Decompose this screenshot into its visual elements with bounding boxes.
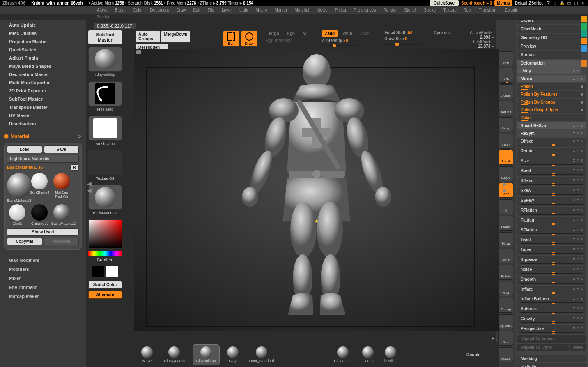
help-icon[interactable]: ❔ (545, 1, 551, 5)
menu-render[interactable]: Render (380, 7, 400, 13)
save-button[interactable]: Save (44, 145, 79, 153)
zplugin-auto-update[interactable]: Auto Update (4, 21, 82, 29)
material-matcap-red-wa[interactable]: MatCap Red Wa (51, 173, 72, 203)
subdiv-slider[interactable] (136, 51, 156, 53)
deform-size[interactable]: SizeX Y Z (517, 157, 586, 166)
brush-claytubes[interactable]: ClayTubes (331, 345, 355, 365)
menu-movie[interactable]: Movie (313, 7, 331, 13)
pill-green[interactable] (581, 23, 587, 30)
zplugin-subtool-master[interactable]: SubTool Master (4, 95, 82, 103)
lightbox-materials[interactable]: Lightbox ▸ Materials (7, 155, 79, 163)
z-tabs[interactable]: Zadd Zsub Zcut (322, 30, 372, 37)
brush-dam_standard[interactable]: Dam_Standard (246, 345, 278, 365)
brush-trimdynamic[interactable]: TrimDynamic (160, 345, 188, 365)
switchcolor-button[interactable]: SwitchColor (88, 281, 122, 289)
double-label[interactable]: Double (466, 353, 480, 357)
deform-relax[interactable]: Relax (517, 114, 586, 121)
rgb-tabs[interactable]: Mrgb Rgb M (266, 30, 309, 37)
lock-icon[interactable]: 🔒 (559, 1, 565, 5)
section-preview[interactable]: Preview (517, 42, 586, 50)
menu-alpha[interactable]: Alpha (94, 7, 111, 13)
menu-stencil[interactable]: Stencil (401, 7, 420, 13)
z-intensity[interactable]: Z Intensity 20 (322, 38, 372, 43)
menu-preferences[interactable]: Preferences (351, 7, 379, 13)
shelf-actual[interactable]: Actual (498, 84, 513, 99)
deform-noise[interactable]: NoiseX Y Z (517, 266, 586, 275)
shelf-polyf[interactable]: PolyF (498, 282, 513, 296)
zplugin-3d-print-exporter[interactable]: 3D Print Exporter (4, 87, 82, 95)
mergedown-button[interactable]: MergeDown (161, 30, 190, 43)
shelf-local[interactable]: Local (498, 150, 513, 165)
pill-orange2[interactable] (581, 38, 587, 44)
menu-macro[interactable]: Macro (253, 7, 271, 13)
menu-light[interactable]: Light (236, 7, 252, 13)
leftbottom-modifiers[interactable]: Modifiers (4, 265, 82, 274)
deform-inflate-balloon[interactable]: Inflate BalloonX Y Z (517, 295, 586, 305)
quicksave-button[interactable]: QuickSave (430, 0, 459, 6)
max-icon[interactable]: ▢ (573, 1, 579, 5)
deform-sskew[interactable]: SSkewX Y Z (517, 197, 586, 206)
deform-smart-resym[interactable]: Smart ReSymX Y Z (517, 122, 586, 129)
menus-toggle[interactable]: Menus (494, 0, 512, 6)
show-used-button[interactable]: Show Used (7, 228, 79, 236)
menu-document[interactable]: Document (147, 7, 172, 13)
rgb-intensity[interactable]: Rgb Intensity (266, 38, 309, 43)
zplugin-transpose-master[interactable]: Transpose Master (4, 103, 82, 111)
deform-polish-crisp-edges[interactable]: Polish Crisp Edges (517, 106, 586, 113)
zplugin-misc-utilities[interactable]: Misc Utilities (4, 29, 82, 37)
brush-move[interactable]: Move (138, 345, 156, 365)
deform-polish-by-groups[interactable]: Polish By Groups (517, 99, 586, 106)
brush-clay[interactable]: Clay (224, 345, 242, 365)
draw-mode[interactable]: Draw (241, 30, 257, 47)
deform-bend[interactable]: BendX Y Z (517, 167, 586, 176)
pill-gray2[interactable] (581, 67, 587, 74)
deform-polish[interactable]: Polish (517, 83, 586, 90)
leftbottom-environment[interactable]: Environment (4, 283, 82, 292)
zplugin-projection-master[interactable]: Projection Master (4, 37, 82, 46)
min-icon[interactable]: ▭ (566, 1, 572, 5)
brush-hpolish[interactable]: hPolish (381, 345, 400, 365)
shelf-dynamic[interactable]: Dynamic (498, 314, 513, 329)
pill-gray[interactable] (581, 53, 587, 59)
menu-brush[interactable]: Brush (112, 7, 129, 13)
collapse-left-icon[interactable]: ◀◀ (87, 181, 91, 193)
brush-claybuildup[interactable]: ClayBuildup (193, 344, 220, 365)
edit-mode[interactable]: Edit (223, 30, 239, 47)
shelf-rotate[interactable]: Rotate (498, 265, 513, 280)
shelf-solo[interactable]: Solo (498, 331, 513, 346)
leftbottom-matcap-maker[interactable]: Matcap Maker (4, 292, 82, 301)
deform-twist[interactable]: TwistX Y Z (517, 236, 586, 245)
zplugin-deactivation[interactable]: Deactivation (4, 120, 82, 128)
copymat-button[interactable]: CopyMat (7, 238, 42, 245)
material-basicmaterial2[interactable]: BasicMaterial2 (51, 204, 72, 226)
shelf-spix[interactable]: SPix (498, 68, 513, 83)
material-chrome-a[interactable]: Chrome A (29, 204, 50, 226)
texture-off[interactable] (88, 150, 122, 175)
deform-flatten[interactable]: FlattenX Y Z (517, 217, 586, 226)
seethrough-label[interactable]: See-through ▸ 0 (461, 1, 492, 5)
menu-draw[interactable]: Draw (173, 7, 189, 13)
stroke-freehand[interactable] (88, 81, 122, 106)
pill-orange[interactable] (581, 16, 587, 22)
menu-file[interactable]: File (204, 7, 218, 13)
pill-orange3[interactable] (581, 60, 587, 67)
zplugin-decimation-master[interactable]: Decimation Master (4, 70, 82, 78)
menu-edit[interactable]: Edit (190, 7, 204, 13)
menu-texture[interactable]: Texture (440, 7, 460, 13)
zplugin-uv-master[interactable]: UV Master (4, 111, 82, 120)
autogroups-button[interactable]: Auto Groups (136, 30, 160, 43)
default-zscript[interactable]: DefaultZScript (515, 1, 543, 5)
shelf-lsym[interactable]: L.Sym (498, 166, 513, 181)
deform-polish-by-features[interactable]: Polish By Features (517, 91, 586, 98)
pastemat-button[interactable]: PasteMat (44, 238, 79, 245)
deform-offset[interactable]: OffsetX Y Z (517, 138, 586, 147)
shelf-bpr[interactable]: BPR (498, 51, 513, 66)
collapse-right-icon[interactable]: ▶▶ (503, 181, 507, 193)
menu-zplugin[interactable]: Zplugin (502, 7, 522, 13)
viewport[interactable]: ✦ (134, 49, 499, 331)
menu-layer[interactable]: Layer (218, 7, 235, 13)
leftbottom-wax-modifiers[interactable]: Wax Modifiers (4, 256, 82, 265)
pill-blue[interactable] (581, 45, 587, 52)
section-geometry-hd[interactable]: Geometry HD (517, 34, 586, 42)
repeat-active[interactable]: Repeat To Active (517, 335, 586, 343)
